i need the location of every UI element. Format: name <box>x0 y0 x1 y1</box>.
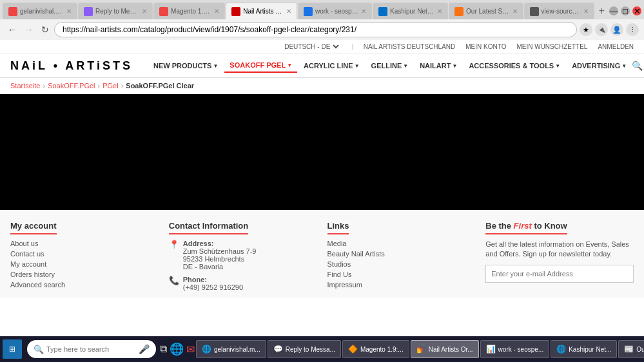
tab-close-icon[interactable]: ✕ <box>66 8 72 15</box>
footer-find-us-link[interactable]: Find Us <box>327 271 476 278</box>
tab-close-icon[interactable]: ✕ <box>361 8 366 15</box>
tab-close-icon[interactable]: ✕ <box>583 8 589 15</box>
bookmark-star-button[interactable]: ★ <box>580 23 592 36</box>
search-icon: 🔍 <box>34 345 44 354</box>
product-content-area <box>0 94 644 210</box>
tab-close-icon[interactable]: ✕ <box>512 8 518 15</box>
footer-orders-link[interactable]: Orders history <box>10 271 159 278</box>
footer-col-links: Links Media Beauty Nail Artists Studios … <box>327 221 476 298</box>
forward-button[interactable]: → <box>22 23 36 36</box>
tab-work[interactable]: work - seospe... ✕ <box>298 3 372 19</box>
tab-close-icon[interactable]: ✕ <box>142 8 147 15</box>
language-selector[interactable]: DEUTSCH - DE <box>282 43 341 51</box>
taskbar-item-label: Our Latest SE... <box>636 346 644 353</box>
taskbar-item-2[interactable]: 🔶 Magento 1.9:... <box>342 340 409 358</box>
taskbar-item-3[interactable]: 💅 Nail Artists Or... <box>411 340 479 358</box>
back-button[interactable]: ← <box>5 23 19 36</box>
footer-media-link[interactable]: Media <box>327 240 476 247</box>
tab-source[interactable]: view-source:... ✕ <box>524 3 594 19</box>
chevron-down-icon: ▼ <box>403 63 408 69</box>
nav-advertising[interactable]: ADVERTISING ▼ <box>567 59 632 72</box>
footer: My account About us Contact us My accoun… <box>0 210 644 298</box>
extensions-button[interactable]: 🔌 <box>595 23 608 36</box>
website-content: DEUTSCH - DE | NAiL ARTiSTS DEUTSCHLAND … <box>0 40 644 298</box>
menu-button[interactable]: ⋮ <box>626 23 639 36</box>
footer-newsletter-title: Be the First to Know <box>485 221 567 234</box>
footer-studios-link[interactable]: Studios <box>327 260 476 268</box>
nav-soakoff-pgel[interactable]: SOAKOFF PGEL ▼ <box>224 59 297 73</box>
tab-kashipur[interactable]: Kashipur Netw... ✕ <box>373 3 448 19</box>
address-text: Zum Schützenhaus 7-995233 HelmbrechtsDE … <box>183 247 257 271</box>
footer-address-block: 📍 Address: Zum Schützenhaus 7-995233 Hel… <box>169 240 317 271</box>
tab-close-icon[interactable]: ✕ <box>286 8 291 15</box>
profile-button[interactable]: 👤 <box>610 23 623 36</box>
nav-nailart[interactable]: NAiLART ▼ <box>415 59 462 72</box>
tab-close-icon[interactable]: ✕ <box>214 8 219 15</box>
breadcrumb-soakoff[interactable]: SoakOFF.PGel <box>48 82 95 90</box>
nav-accessories[interactable]: ACCESSORIES & TOOLS ▼ <box>463 59 565 72</box>
footer-contact-link[interactable]: Contact us <box>10 250 159 258</box>
taskbar-item-0[interactable]: 🌐 gelanivishal.m... <box>196 340 266 358</box>
tab-close-icon[interactable]: ✕ <box>437 8 442 15</box>
newsletter-email-input[interactable] <box>485 265 634 283</box>
taskbar-item-6[interactable]: 📰 Our Latest SE... <box>618 340 644 358</box>
start-button[interactable]: ⊞ <box>3 339 22 359</box>
tab-magento[interactable]: Magento 1.9:... ✕ <box>153 3 225 19</box>
footer-phone-block: 📞 Phone: (+49) 9252 916290 <box>169 276 317 291</box>
new-tab-button[interactable]: + <box>595 5 609 17</box>
footer-impressum-link[interactable]: Impressum <box>327 281 476 289</box>
tab-nail-artists[interactable]: Nail Artists O... ✕ <box>226 3 297 19</box>
minimize-button[interactable]: — <box>609 6 618 15</box>
footer-contact-title: Contact Information <box>169 221 249 234</box>
mail-icon-button[interactable]: ✉ <box>186 343 195 356</box>
footer-email-block: ✉ Email: <box>169 296 317 298</box>
taskbar-item-label: Reply to Messa... <box>286 346 335 353</box>
breadcrumb-startseite[interactable]: Startseite <box>10 82 40 90</box>
microphone-icon[interactable]: 🎤 <box>139 344 150 354</box>
tab-latest[interactable]: Our Latest SE... ✕ <box>449 3 523 19</box>
search-input[interactable] <box>46 345 136 353</box>
tab-bar: gelanivishal.m... ✕ Reply to Mess... ✕ M… <box>0 0 644 19</box>
footer-advanced-search-link[interactable]: Advanced search <box>10 281 159 289</box>
address-input[interactable] <box>54 22 577 37</box>
email-label: Email: <box>180 296 201 298</box>
footer-about-link[interactable]: About us <box>10 240 159 247</box>
logo[interactable]: NAiL • ARTiSTS <box>10 59 133 73</box>
wunschzettel-link[interactable]: MEIN WUNSCHZETTEL <box>516 43 587 50</box>
mein-konto-link[interactable]: MEIN KONTO <box>465 43 506 50</box>
taskbar-item-1[interactable]: 💬 Reply to Messa... <box>268 340 341 358</box>
nav-new-products[interactable]: NEW PRODUCTS ▼ <box>148 59 223 72</box>
edge-icon-button[interactable]: 🌐 <box>170 342 184 356</box>
footer-my-account-link[interactable]: My account <box>10 260 159 268</box>
taskbar-item-4[interactable]: 📊 work - seospe... <box>480 340 550 358</box>
task-view-button[interactable]: ⧉ <box>160 343 167 355</box>
chevron-down-icon: ▼ <box>287 62 292 68</box>
taskbar-item-label: Nail Artists Or... <box>429 346 473 353</box>
phone-icon: 📞 <box>169 276 179 285</box>
anmelden-link[interactable]: ANMELDEN <box>598 43 634 50</box>
chevron-down-icon: ▼ <box>452 63 457 69</box>
tab-gelanivishal[interactable]: gelanivishal.m... ✕ <box>3 3 77 19</box>
tab-reply[interactable]: Reply to Mess... ✕ <box>78 3 153 19</box>
nav-menu: NEW PRODUCTS ▼ SOAKOFF PGEL ▼ ACRYLIC LI… <box>148 59 632 73</box>
taskbar-search[interactable]: 🔍 🎤 <box>27 340 156 358</box>
breadcrumb-pgel[interactable]: PGel <box>102 82 118 90</box>
footer-col-contact: Contact Information 📍 Address: Zum Schüt… <box>169 221 317 298</box>
chevron-down-icon: ▼ <box>213 63 218 69</box>
chevron-down-icon: ▼ <box>621 63 627 69</box>
taskbar-item-5[interactable]: 🌐 Kashipur Net... <box>551 340 617 358</box>
maximize-button[interactable]: □ <box>621 6 630 15</box>
email-icon: ✉ <box>169 296 176 298</box>
top-bar-separator: | <box>351 43 353 50</box>
nav-acrylic-line[interactable]: ACRYLIC LINE ▼ <box>298 59 365 72</box>
footer-beauty-nail-link[interactable]: Beauty Nail Artists <box>327 250 476 258</box>
location-icon: 📍 <box>169 240 179 249</box>
nav-gelline[interactable]: GELLINE ▼ <box>366 59 414 72</box>
browser-window: gelanivishal.m... ✕ Reply to Mess... ✕ M… <box>0 0 644 40</box>
reload-button[interactable]: ↻ <box>39 23 52 36</box>
close-button[interactable]: ✕ <box>632 6 641 15</box>
nail-artists-deutschland-link[interactable]: NAiL ARTiSTS DEUTSCHLAND <box>364 43 455 50</box>
search-icon-button[interactable]: 🔍 <box>632 61 643 71</box>
footer-col-newsletter: Be the First to Know Get all the latest … <box>485 221 634 298</box>
address-bar-row: ← → ↻ ★ 🔌 👤 ⋮ <box>0 19 644 40</box>
